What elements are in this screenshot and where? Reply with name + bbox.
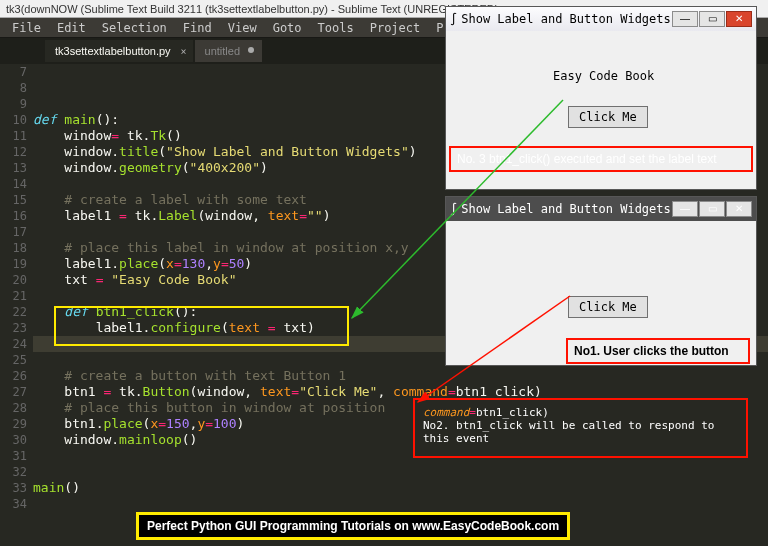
tk-feather-icon: ∫ <box>450 12 457 26</box>
gutter: 7891011121314151617181920212223242526272… <box>0 64 33 512</box>
close-button[interactable]: ✕ <box>726 201 752 217</box>
titlebar: ∫ Show Label and Button Widgets — ▭ ✕ <box>446 7 756 31</box>
click-me-button[interactable]: Click Me <box>568 296 648 318</box>
tab-tk3settextlabelbutton-py[interactable]: tk3settextlabelbutton.py× <box>45 40 193 62</box>
menu-view[interactable]: View <box>222 19 263 37</box>
annotation-3: No. 3 btn1_click() executed and set the … <box>449 146 753 172</box>
maximize-button[interactable]: ▭ <box>699 201 725 217</box>
menu-edit[interactable]: Edit <box>51 19 92 37</box>
tutorial-caption: Perfect Python GUI Programming Tutorials… <box>136 512 570 540</box>
menu-project[interactable]: Project <box>364 19 427 37</box>
menu-file[interactable]: File <box>6 19 47 37</box>
menu-find[interactable]: Find <box>177 19 218 37</box>
menu-selection[interactable]: Selection <box>96 19 173 37</box>
dirty-dot-icon <box>248 47 254 53</box>
label: Easy Code Book <box>553 69 654 83</box>
minimize-button[interactable]: — <box>672 201 698 217</box>
annotation-2-text: No2. btn1_click will be called to respon… <box>423 419 714 445</box>
annotation-2-code: command <box>423 406 469 419</box>
tk-feather-icon: ∫ <box>450 202 457 216</box>
annotation-2-box: command=btn1_click) No2. btn1_click will… <box>413 398 748 458</box>
tk-window-1: ∫ Show Label and Button Widgets — ▭ ✕ Ea… <box>445 6 757 190</box>
maximize-button[interactable]: ▭ <box>699 11 725 27</box>
window-title: Show Label and Button Widgets <box>461 202 671 216</box>
titlebar: ∫ Show Label and Button Widgets — ▭ ✕ <box>446 197 756 221</box>
close-button[interactable]: ✕ <box>726 11 752 27</box>
minimize-button[interactable]: — <box>672 11 698 27</box>
tab-untitled[interactable]: untitled <box>195 40 262 62</box>
menu-goto[interactable]: Goto <box>267 19 308 37</box>
window-title: Show Label and Button Widgets <box>461 12 671 26</box>
close-icon[interactable]: × <box>181 46 187 57</box>
tk-window-2: ∫ Show Label and Button Widgets — ▭ ✕ Cl… <box>445 196 757 366</box>
menu-tools[interactable]: Tools <box>312 19 360 37</box>
click-me-button[interactable]: Click Me <box>568 106 648 128</box>
annotation-1: No1. User clicks the button <box>566 338 750 364</box>
